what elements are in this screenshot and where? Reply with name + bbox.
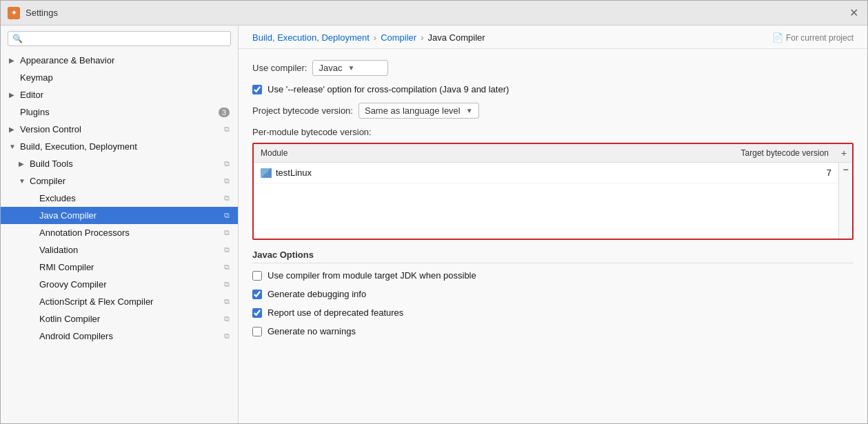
arrow-icon: ▶ — [9, 57, 17, 64]
bytecode-version-value: Same as language level — [365, 105, 461, 116]
sidebar: 🔍 ▶Appearance & BehaviorKeymap▶EditorPlu… — [1, 26, 239, 423]
generate-debug-label[interactable]: Generate debugging info — [268, 289, 366, 299]
arrow-icon: ▶ — [9, 125, 17, 133]
generate-debug-checkbox[interactable] — [252, 290, 262, 299]
for-current-project[interactable]: 📄 For current project — [772, 32, 854, 43]
table-rows: testLinux7 — [254, 163, 838, 239]
sidebar-item-appearance[interactable]: ▶Appearance & Behavior — [1, 52, 238, 69]
sidebar-item-label: Version Control — [20, 124, 81, 134]
sidebar-item-label: Annotation Processors — [39, 228, 130, 238]
breadcrumb-part1[interactable]: Build, Execution, Deployment — [252, 32, 370, 43]
per-module-label: Per-module bytecode version: — [252, 127, 854, 137]
breadcrumb-part3: Java Compiler — [428, 32, 485, 43]
sidebar-item-label: Java Compiler — [39, 210, 97, 221]
sidebar-item-version-control[interactable]: ▶Version Control⧉ — [1, 121, 238, 138]
report-deprecated-checkbox[interactable] — [252, 308, 262, 318]
release-option-row: Use '--release' option for cross-compila… — [252, 84, 854, 94]
copy-icon: ⧉ — [224, 176, 230, 185]
table-side-controls: − — [838, 163, 852, 239]
app-icon: ✦ — [8, 7, 20, 19]
sidebar-item-label: ActionScript & Flex Compiler — [39, 296, 153, 307]
search-input[interactable] — [26, 34, 226, 43]
sidebar-item-compiler[interactable]: ▼Compiler⧉ — [1, 172, 238, 190]
javac-options-title: Javac Options — [252, 250, 854, 263]
remove-button[interactable]: − — [840, 164, 851, 175]
sidebar-item-android[interactable]: Android Compilers⧉ — [1, 327, 238, 345]
sidebar-item-label: Excludes — [39, 193, 76, 203]
sidebar-item-annotation[interactable]: Annotation Processors⧉ — [1, 224, 238, 241]
arrow-icon: ▶ — [19, 160, 27, 168]
bytecode-version-dropdown[interactable]: Same as language level ▼ — [359, 103, 479, 119]
sidebar-item-build-tools[interactable]: ▶Build Tools⧉ — [1, 155, 238, 172]
bytecode-dropdown-arrow-icon: ▼ — [466, 107, 473, 114]
content-area: Use compiler: Javac ▼ Use '--release' op… — [239, 49, 867, 423]
sidebar-item-label: Android Compilers — [39, 331, 113, 341]
copy-icon: ⧉ — [224, 211, 230, 220]
cell-module: testLinux — [254, 165, 700, 180]
module-icon — [261, 168, 272, 178]
use-compiler-from-module-label[interactable]: Use compiler from module target JDK when… — [268, 270, 476, 281]
sidebar-item-actionscript[interactable]: ActionScript & Flex Compiler⧉ — [1, 293, 238, 310]
release-label[interactable]: Use '--release' option for cross-compila… — [268, 84, 509, 94]
use-compiler-dropdown[interactable]: Javac ▼ — [312, 60, 388, 76]
close-button[interactable]: ✕ — [847, 6, 860, 20]
sidebar-item-label: Editor — [20, 90, 43, 100]
javac-option-generate-no-warnings: Generate no warnings — [252, 326, 854, 336]
sidebar-item-plugins[interactable]: Plugins3 — [1, 103, 238, 121]
add-button[interactable]: + — [836, 144, 852, 162]
arrow-icon: ▼ — [19, 177, 27, 185]
copy-icon: ⧉ — [224, 332, 230, 341]
project-label: For current project — [786, 33, 854, 43]
copy-icon: ⧉ — [224, 297, 230, 306]
col-module-header: Module — [254, 145, 698, 161]
sidebar-item-label: Appearance & Behavior — [20, 55, 114, 65]
module-table: Module Target bytecode version + testLin… — [252, 143, 854, 240]
search-box[interactable]: 🔍 — [8, 31, 231, 46]
report-deprecated-label[interactable]: Report use of deprecated features — [268, 307, 403, 318]
search-icon: 🔍 — [12, 34, 23, 43]
sidebar-item-label: Build, Execution, Deployment — [20, 141, 137, 152]
generate-no-warnings-label[interactable]: Generate no warnings — [268, 326, 356, 336]
sidebar-item-keymap[interactable]: Keymap — [1, 69, 238, 86]
main-content: Build, Execution, Deployment › Compiler … — [239, 26, 867, 423]
javac-option-generate-debug: Generate debugging info — [252, 289, 854, 299]
cell-version: 7 — [700, 165, 838, 180]
copy-icon: ⧉ — [224, 245, 230, 254]
sidebar-item-excludes[interactable]: Excludes⧉ — [1, 190, 238, 207]
arrow-icon: ▼ — [9, 143, 17, 150]
sidebar-items-container: ▶Appearance & BehaviorKeymap▶EditorPlugi… — [1, 52, 238, 345]
sidebar-item-groovy[interactable]: Groovy Compiler⧉ — [1, 276, 238, 293]
badge: 3 — [219, 108, 230, 117]
title-bar: ✦ Settings ✕ — [1, 1, 867, 26]
sidebar-item-build-execution[interactable]: ▼Build, Execution, Deployment — [1, 138, 238, 155]
copy-icon: ⧉ — [224, 125, 230, 134]
javac-options-container: Use compiler from module target JDK when… — [252, 270, 854, 336]
table-body: testLinux7 − — [254, 163, 852, 239]
breadcrumb-part2[interactable]: Compiler — [381, 32, 416, 43]
module-name: testLinux — [276, 168, 312, 178]
sidebar-item-java-compiler[interactable]: Java Compiler⧉ — [1, 207, 238, 224]
sidebar-item-label: Kotlin Compiler — [39, 314, 100, 324]
release-checkbox[interactable] — [252, 85, 262, 94]
copy-icon: ⧉ — [224, 263, 230, 272]
use-compiler-from-module-checkbox[interactable] — [252, 271, 262, 281]
javac-option-use-compiler-from-module: Use compiler from module target JDK when… — [252, 270, 854, 281]
sidebar-item-label: RMI Compiler — [39, 262, 94, 272]
copy-icon: ⧉ — [224, 280, 230, 289]
table-header: Module Target bytecode version + — [254, 144, 852, 163]
sidebar-item-label: Validation — [39, 245, 78, 255]
copy-icon: ⧉ — [224, 194, 230, 203]
javac-option-report-deprecated: Report use of deprecated features — [252, 307, 854, 318]
sidebar-item-kotlin[interactable]: Kotlin Compiler⧉ — [1, 310, 238, 327]
breadcrumb-bar: Build, Execution, Deployment › Compiler … — [239, 26, 867, 49]
table-row[interactable]: testLinux7 — [254, 163, 838, 183]
generate-no-warnings-checkbox[interactable] — [252, 327, 262, 336]
breadcrumb-sep2: › — [421, 32, 423, 43]
sidebar-item-validation[interactable]: Validation⧉ — [1, 241, 238, 259]
use-compiler-value: Javac — [319, 63, 342, 73]
sidebar-item-editor[interactable]: ▶Editor — [1, 86, 238, 103]
dialog-body: 🔍 ▶Appearance & BehaviorKeymap▶EditorPlu… — [1, 26, 867, 423]
sidebar-item-rmi[interactable]: RMI Compiler⧉ — [1, 259, 238, 276]
copy-icon: ⧉ — [224, 228, 230, 237]
sidebar-item-label: Groovy Compiler — [39, 279, 107, 290]
